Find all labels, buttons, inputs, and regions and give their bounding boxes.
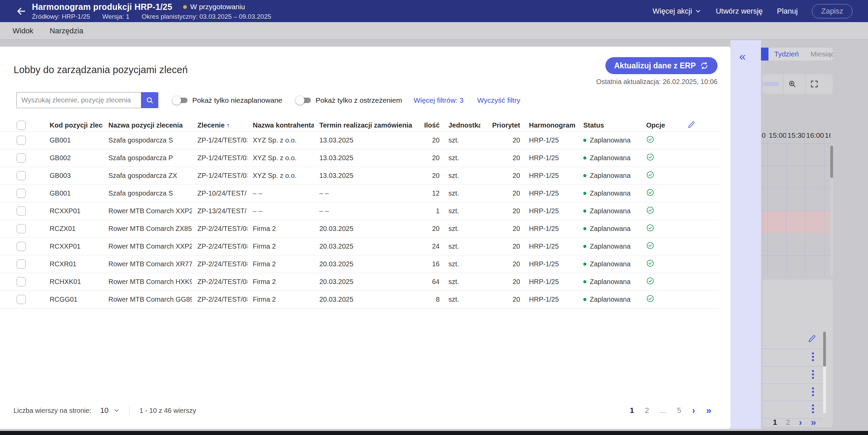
last-update-label: Ostatnia aktualizacja: 26.02.2025, 10:06 [596, 78, 718, 86]
table-row[interactable]: RCXXP01 Rower MTB Comarch XXP221 ZP-2/24… [0, 238, 720, 255]
row-checkbox[interactable] [17, 206, 26, 216]
planned-check-icon[interactable] [646, 153, 654, 161]
page-5[interactable]: 5 [677, 406, 681, 415]
table-row[interactable]: RCGG01 Rower MTB Comarch GG89 ZP-2/24/TE… [0, 291, 720, 308]
row-checkbox[interactable] [17, 171, 26, 180]
row-checkbox[interactable] [17, 136, 26, 145]
cell-nazwa: Rower MTB Comarch XR772 [103, 255, 192, 273]
search-button[interactable] [141, 92, 158, 108]
tab-month[interactable]: Miesiąc [804, 50, 833, 58]
page-2[interactable]: 2 [786, 418, 790, 427]
fullscreen-icon [810, 80, 819, 88]
back-button[interactable] [15, 5, 27, 17]
app-header: Harmonogram produkcji HRP-1/25 W przygot… [0, 0, 868, 22]
planned-check-icon[interactable] [646, 277, 654, 285]
zoom-in-button[interactable] [783, 80, 801, 88]
cell-kod: GB002 [44, 149, 103, 167]
cell-nazwa: Rower MTB Comarch XXP221 [103, 202, 192, 220]
menu-widok[interactable]: Widok [13, 27, 33, 35]
last-page-icon[interactable]: » [811, 418, 816, 427]
planned-check-icon[interactable] [646, 171, 654, 179]
row-checkbox[interactable] [17, 277, 26, 286]
planned-check-icon[interactable] [646, 295, 654, 303]
planned-check-icon[interactable] [646, 188, 654, 197]
list-scrollbar[interactable] [823, 332, 826, 413]
page-1[interactable]: 1 [773, 418, 777, 427]
menu-narzedzia[interactable]: Narzędzia [50, 27, 83, 35]
collapse-drawer-icon[interactable]: « [739, 50, 746, 63]
edit-pencil-icon[interactable] [807, 334, 816, 343]
search-input[interactable] [16, 92, 141, 108]
col-kontrahent[interactable]: Nazwa kontrahenta [247, 119, 314, 132]
page-2[interactable]: 2 [645, 406, 649, 415]
col-jednostka[interactable]: Jednostka [443, 119, 480, 132]
plan-button[interactable]: Planuj [777, 7, 798, 16]
cell-priorytet: 20 [480, 255, 524, 273]
last-page-icon[interactable]: » [706, 406, 711, 415]
tab-week[interactable]: Tydzień [768, 50, 804, 58]
table-row[interactable]: RCZX01 Rower MTB Comarch ZX858 ZP-2/24/T… [0, 220, 720, 238]
scrollbar-thumb[interactable] [823, 332, 826, 367]
sort-asc-icon: ↑ [227, 122, 230, 129]
row-menu-kebab-icon[interactable] [811, 370, 815, 379]
schedule-grid[interactable] [761, 143, 831, 276]
save-button[interactable]: Zapisz [812, 4, 852, 18]
row-menu-kebab-icon[interactable] [811, 404, 815, 413]
planned-check-icon[interactable] [646, 241, 654, 250]
col-priorytet[interactable]: Priorytet [480, 119, 524, 132]
row-menu-kebab-icon[interactable] [811, 387, 815, 396]
scrollbar-thumb[interactable] [830, 146, 833, 178]
row-divider [763, 366, 822, 367]
row-menu-kebab-icon[interactable] [811, 352, 815, 361]
rows-per-page-label: Liczba wierszy na stronie: [14, 407, 91, 415]
toggle-only-unplanned[interactable] [173, 98, 188, 103]
next-page-icon[interactable]: › [692, 406, 695, 415]
cell-kontrahent: – – [247, 185, 314, 202]
schedule-scrollbar[interactable] [830, 143, 833, 276]
row-checkbox[interactable] [17, 224, 26, 233]
more-actions-button[interactable]: Więcej akcji [653, 7, 702, 16]
edit-columns-pencil-icon[interactable] [687, 120, 695, 129]
col-kod[interactable]: Kod pozycji zlecenia [44, 119, 103, 132]
tab-active-partial[interactable] [761, 48, 768, 61]
col-ilosc[interactable]: Ilość [416, 119, 443, 132]
table-row[interactable]: RCXXP01 Rower MTB Comarch XXP221 ZP-13/2… [0, 202, 720, 220]
planned-check-icon[interactable] [646, 224, 654, 232]
row-checkbox[interactable] [17, 189, 26, 198]
order-items-table: Kod pozycji zlecenia Nazwa pozycji zlece… [0, 119, 720, 308]
select-all-checkbox[interactable] [17, 121, 26, 130]
chevron-down-icon [695, 8, 702, 15]
table-row[interactable]: GB001 Szafa gospodarcza S ZP-10/24/TEST/… [0, 185, 720, 202]
status-dot-icon [583, 263, 586, 266]
row-checkbox[interactable] [17, 242, 26, 251]
table-row[interactable]: RCXR01 Rower MTB Comarch XR772 ZP-2/24/T… [0, 255, 720, 273]
planned-check-icon[interactable] [646, 259, 654, 267]
col-status[interactable]: Status [578, 119, 641, 132]
next-page-icon[interactable]: › [799, 418, 802, 427]
menubar: Widok Narzędzia [0, 22, 868, 40]
toggle-only-warning[interactable] [297, 98, 311, 103]
rows-per-page-select[interactable]: 10 [100, 406, 120, 415]
row-checkbox[interactable] [17, 153, 26, 163]
planned-check-icon[interactable] [646, 135, 654, 144]
table-row[interactable]: GB002 Szafa gospodarcza P ZP-1/24/TEST/0… [0, 149, 720, 167]
table-row[interactable]: RCHXK01 Rower MTB Comarch HXK990 ZP-2/24… [0, 273, 720, 291]
col-zlecenie[interactable]: Zlecenie↑ [192, 119, 247, 132]
row-checkbox[interactable] [17, 260, 26, 269]
col-harmonogram[interactable]: Harmonogram [524, 119, 578, 132]
col-nazwa[interactable]: Nazwa pozycji zlecenia [103, 119, 192, 132]
row-checkbox[interactable] [17, 295, 26, 304]
table-row[interactable]: GB001 Szafa gospodarcza S ZP-1/24/TEST/0… [0, 132, 720, 149]
more-filters-link[interactable]: Więcej filtrów: 3 [413, 96, 463, 104]
table-row[interactable]: GB003 Szafa gospodarcza ZX ZP-1/24/TEST/… [0, 167, 720, 185]
page-1[interactable]: 1 [630, 406, 634, 415]
table-footer: Liczba wierszy na stronie: 10 1 - 10 z 4… [14, 403, 711, 418]
create-version-button[interactable]: Utwórz wersję [716, 7, 763, 16]
update-from-erp-button[interactable]: Aktualizuj dane z ERP [605, 57, 718, 74]
fullscreen-button[interactable] [805, 80, 823, 88]
col-termin[interactable]: Termin realizacji zamówienia [314, 119, 416, 132]
planned-check-icon[interactable] [646, 206, 654, 214]
zoom-slider[interactable] [763, 82, 779, 86]
cell-harmonogram: HRP-1/25 [524, 220, 578, 238]
clear-filters-link[interactable]: Wyczyść filtry [477, 96, 520, 104]
